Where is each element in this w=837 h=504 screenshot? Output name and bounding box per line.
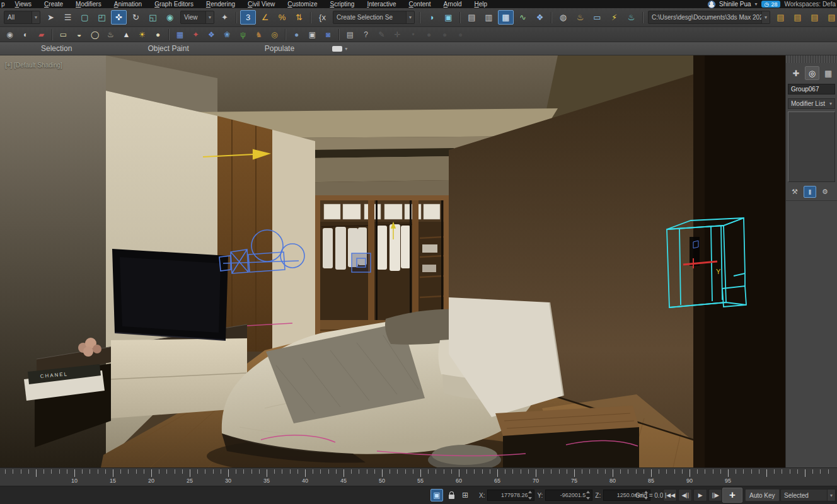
edit-named-selection-sets-icon[interactable]: {x <box>315 10 330 25</box>
menu-item-content[interactable]: Content <box>403 1 437 8</box>
select-and-manipulate-icon[interactable]: ✦ <box>217 10 233 25</box>
named-selection-sets-dropdown[interactable]: Create Selection Se▾ <box>333 11 415 24</box>
spinner-snap-icon[interactable]: ⇅ <box>291 10 307 25</box>
object-name-field[interactable]: Group067 <box>788 84 835 94</box>
physical-camera-icon[interactable]: ◉ <box>3 28 17 41</box>
pin-stack-icon[interactable]: ⚒ <box>788 186 801 198</box>
locked-material-icon[interactable]: ▣ <box>305 28 320 41</box>
blue-sphere-icon[interactable]: ● <box>289 28 304 41</box>
rendered-frame-window-icon[interactable]: ▭ <box>589 10 605 25</box>
hierarchy-tab[interactable]: ▦ <box>821 66 836 80</box>
workspaces-selector[interactable]: Workspaces: Defa <box>784 1 836 8</box>
menu-item-arnold[interactable]: Arnold <box>437 1 468 8</box>
target-gizmo[interactable] <box>352 253 371 272</box>
play-button[interactable]: ▶ <box>693 489 707 501</box>
sun-light-icon[interactable]: ☀ <box>135 28 149 41</box>
configure-modifier-sets-icon[interactable]: ⚙ <box>819 186 831 198</box>
create-tab[interactable]: ✚ <box>788 66 804 80</box>
mesh-light-icon[interactable]: ♨ <box>103 28 118 41</box>
cinema-camera-icon[interactable]: ▰ <box>34 28 49 41</box>
material-editor-icon[interactable]: ◍ <box>555 10 571 25</box>
menu-item-scripting[interactable]: Scripting <box>323 1 361 8</box>
window-crossing-icon[interactable]: ◰ <box>94 10 110 25</box>
modify-tab[interactable]: ◎ <box>805 66 820 80</box>
x-field[interactable]: 177978.26 <box>487 490 534 501</box>
options-folder-icon[interactable]: ▤ <box>824 10 837 25</box>
menu-item-animation[interactable]: Animation <box>108 1 148 8</box>
sphere-light-icon[interactable]: ● <box>151 28 165 41</box>
save-folder-icon[interactable]: ▤ <box>807 10 823 25</box>
selection-filter-dropdown[interactable]: All▾ <box>4 11 40 24</box>
viewport-label[interactable]: [+] [Default Shading] <box>5 62 62 69</box>
scatter-icon[interactable]: ❖ <box>204 28 219 41</box>
menu-item-interactive[interactable]: Interactive <box>361 1 402 8</box>
menu-item-help[interactable]: Help <box>468 1 494 8</box>
auto-key-button[interactable]: Auto Key <box>745 489 780 501</box>
render-iterative-icon[interactable]: ♨ <box>623 10 639 25</box>
curve-editor-icon[interactable]: ∿ <box>515 10 531 25</box>
key-filter-dropdown[interactable]: Selected ▾ <box>780 489 836 501</box>
select-object-icon[interactable]: ➤ <box>43 10 59 25</box>
list-icon[interactable]: ▤ <box>343 28 357 41</box>
menu-item-customize[interactable]: Customize <box>281 1 323 8</box>
flower-icon[interactable]: ❀ <box>220 28 234 41</box>
grass-icon[interactable]: ψ <box>236 28 250 41</box>
align-icon[interactable]: ▣ <box>441 10 456 25</box>
ribbon-config[interactable]: ▾ <box>332 46 347 52</box>
snaps-toggle-icon[interactable]: 3 <box>240 10 256 25</box>
set-keys-button[interactable]: + <box>722 488 742 503</box>
select-and-rotate-icon[interactable]: ↻ <box>128 10 144 25</box>
select-and-scale-icon[interactable]: ◱ <box>145 10 161 25</box>
show-end-result-icon[interactable]: ‖ <box>804 186 816 198</box>
selection-lock-icon[interactable] <box>446 490 457 501</box>
dome-light-icon[interactable]: ◒ <box>72 28 86 41</box>
target-light-icon[interactable]: ◐ <box>18 28 33 41</box>
modifier-stack[interactable] <box>788 112 835 182</box>
go-start-button[interactable]: |◀◀ <box>663 489 677 501</box>
animal-icon[interactable]: ♞ <box>251 28 266 41</box>
reference-coordinate-system-dropdown[interactable]: View▾ <box>180 11 214 24</box>
menu-item-civil-view[interactable]: Civil View <box>241 1 281 8</box>
isolate-selection-icon[interactable]: ▣ <box>430 489 443 501</box>
prev-frame-button[interactable]: ◀|| <box>678 489 692 501</box>
help-icon[interactable]: ? <box>359 28 373 41</box>
user-caret-icon[interactable]: ▾ <box>755 1 758 7</box>
menu-item-views[interactable]: Views <box>9 1 38 8</box>
proxy-icon[interactable]: ◎ <box>267 28 282 41</box>
quad-light-icon[interactable]: ▭ <box>56 28 71 41</box>
open-explorer-icon[interactable]: ▦ <box>498 10 514 25</box>
select-and-move-icon[interactable]: ✜ <box>111 10 127 25</box>
toggle-layer-explorer-icon[interactable]: ▥ <box>481 10 497 25</box>
molecule-icon[interactable]: ✦ <box>188 28 203 41</box>
angle-snap-icon[interactable]: ∠ <box>257 10 273 25</box>
ribbon-tab-selection[interactable]: Selection <box>41 44 72 53</box>
modifier-list-dropdown[interactable]: Modifier List ▾ <box>788 98 835 109</box>
y-field[interactable]: -962001.5 <box>545 490 592 501</box>
timeline-ruler[interactable]: 101520253035404550556065707580859095 <box>0 467 837 486</box>
select-by-name-icon[interactable]: ☰ <box>60 10 76 25</box>
ribbon-tab-populate[interactable]: Populate <box>265 44 294 53</box>
project-folder-icon[interactable]: ▤ <box>773 10 788 25</box>
open-folder-icon[interactable]: ▤ <box>790 10 805 25</box>
y-spinner[interactable] <box>586 491 591 500</box>
next-frame-button[interactable]: ||▶ <box>708 489 722 501</box>
absolute-mode-icon[interactable]: ⊞ <box>459 490 471 501</box>
notification-badge[interactable]: ◷ 28 <box>761 1 781 8</box>
percent-snap-icon[interactable]: % <box>274 10 290 25</box>
project-path-dropdown[interactable]: C:\Users\desg\Documents\3ds Max 2020▾ <box>648 11 770 24</box>
mirror-icon[interactable]: ◑ <box>424 10 439 25</box>
toggle-scene-explorer-icon[interactable]: ▤ <box>464 10 480 25</box>
disc-light-icon[interactable]: ◯ <box>88 28 102 41</box>
menu-item-rendering[interactable]: Rendering <box>200 1 241 8</box>
rectangular-selection-region-icon[interactable]: ▢ <box>77 10 93 25</box>
render-setup-icon[interactable]: ♨ <box>572 10 588 25</box>
x-spinner[interactable] <box>528 491 533 500</box>
atmosphere-icon[interactable]: ▦ <box>173 28 187 41</box>
pivot-point-center-icon[interactable]: ◉ <box>162 10 178 25</box>
ribbon-tab-object-paint[interactable]: Object Paint <box>147 44 188 53</box>
user-name[interactable]: Shinile Pua <box>719 1 751 8</box>
menu-item-graph-editors[interactable]: Graph Editors <box>148 1 200 8</box>
cone-light-icon[interactable]: ▲ <box>119 28 134 41</box>
viewport[interactable]: [+] [Default Shading] <box>0 55 785 469</box>
menu-item-create[interactable]: Create <box>38 1 69 8</box>
